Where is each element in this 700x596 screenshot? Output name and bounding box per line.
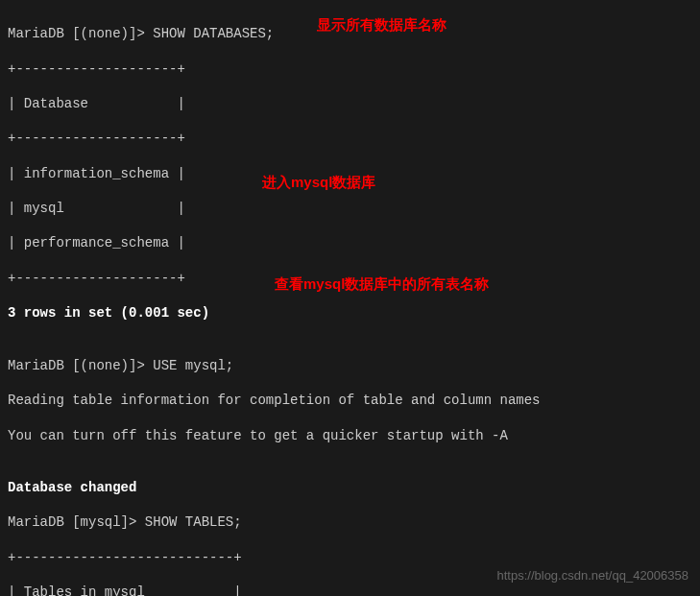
tables-header: | Tables_in_mysql | <box>8 584 692 596</box>
db-row: | mysql | <box>8 200 692 217</box>
database-changed: Database changed <box>8 479 692 496</box>
annotation-show-tables: 查看mysql数据库中的所有表名称 <box>275 274 489 294</box>
rows-count: 3 rows in set (0.001 sec) <box>8 304 692 322</box>
db-row: | performance_schema | <box>8 234 692 251</box>
watermark: https://blog.csdn.net/qq_42006358 <box>497 568 689 584</box>
db-header: | Database | <box>8 95 692 112</box>
info-reading: You can turn off this feature to get a q… <box>8 427 692 444</box>
annotation-use-mysql: 进入mysql数据库 <box>262 173 375 192</box>
table-separator: +---------------------------+ <box>8 549 692 566</box>
table-separator: +--------------------+ <box>8 60 692 78</box>
info-reading: Reading table information for completion… <box>8 392 692 409</box>
terminal-output: MariaDB [(none)]> SHOW DATABASES; +-----… <box>8 8 692 596</box>
table-separator: +--------------------+ <box>8 130 692 147</box>
prompt-use-mysql: MariaDB [(none)]> USE mysql; <box>8 357 692 374</box>
prompt-show-tables: MariaDB [mysql]> SHOW TABLES; <box>8 513 692 531</box>
annotation-show-databases: 显示所有数据库名称 <box>317 15 447 35</box>
